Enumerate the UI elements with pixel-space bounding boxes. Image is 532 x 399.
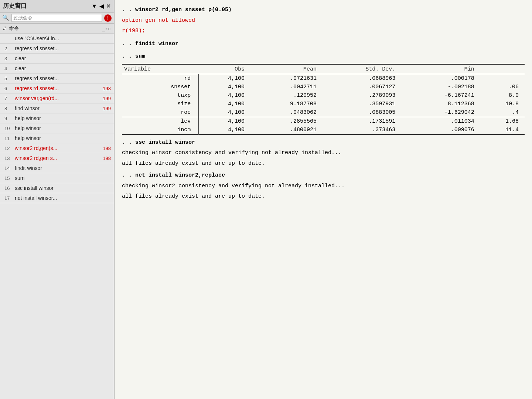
table-row: snsset 4,100 .0042711 .0067127 -.002188 … [122, 83, 525, 91]
cell-varname: roe [122, 108, 198, 117]
col-min: Min [401, 64, 480, 74]
close-icon[interactable]: ✕ [106, 3, 111, 10]
table-row: roe 4,100 .0483062 .0883005 -1.629042 .4 [122, 108, 525, 117]
sidebar-item[interactable]: 5regress rd snsset... [0, 74, 114, 83]
cell-extra: 8.0 [480, 91, 525, 100]
ssc-out1-text: checking winsor consistency and verifyin… [122, 150, 341, 156]
cell-varname: incm [122, 126, 198, 134]
sidebar-item[interactable]: 16ssc install winsor [0, 183, 114, 193]
table-row: lev 4,100 .2855565 .1731591 .011034 1.68 [122, 117, 525, 126]
cell-extra: 10.8 [480, 100, 525, 108]
cell-mean: .0721631 [250, 74, 323, 83]
sidebar-item-text: winsor var,gen(rd... [15, 95, 100, 101]
bottom-spacer [122, 203, 525, 218]
sidebar-item-num: 17 [4, 195, 15, 201]
col-obs: Obs [198, 64, 250, 74]
cell-varname: rd [122, 74, 198, 83]
cell-extra: .4 [480, 108, 525, 117]
ssc-out1-line: checking winsor consistency and verifyin… [122, 149, 525, 157]
sidebar-header: 历史窗口 ▼ ◀ ✕ [0, 0, 114, 13]
cell-obs: 4,100 [198, 91, 250, 100]
cell-std: .0067127 [323, 83, 401, 91]
sidebar-item[interactable]: 2regress rd snsset... [0, 44, 114, 54]
sidebar-item-text: help winsor [15, 135, 111, 141]
sidebar-item[interactable]: use "C:\Users\Lin... [0, 34, 114, 44]
sidebar-item-num: 13 [4, 156, 15, 161]
cell-std: .1731591 [323, 117, 401, 126]
cell-varname: snsset [122, 83, 198, 91]
cell-std: .0883005 [323, 108, 401, 117]
cell-std: .373463 [323, 126, 401, 134]
pin-icon[interactable]: ▼ [91, 3, 97, 10]
cell-obs: 4,100 [198, 100, 250, 108]
cell-std: .0688963 [323, 74, 401, 83]
sidebar-item-text: winsor2 rd,gen(s... [15, 145, 100, 151]
cmd3-line: . . sum [122, 52, 525, 61]
cell-mean: .4800921 [250, 126, 323, 134]
cell-mean: .2855565 [250, 117, 323, 126]
sum-table: Variable Obs Mean Std. Dev. Min rd 4,100… [122, 64, 525, 135]
sidebar-item[interactable]: 10help winsor [0, 123, 114, 133]
sidebar-item[interactable]: 11help winsor [0, 133, 114, 143]
cmd3-text: . sum [129, 53, 145, 59]
cell-min: -6.167241 [401, 91, 480, 100]
cell-varname: taxp [122, 91, 198, 100]
sidebar: 历史窗口 ▼ ◀ ✕ 🔍 ! # 命令 _rc use "C:\Users\Li… [0, 0, 115, 399]
sidebar-title: 历史窗口 [3, 2, 27, 10]
cmd2-line: . . findit winsor [122, 40, 525, 48]
main-content-area: . . winsor2 rd,gen snsset p(0.05) option… [115, 0, 532, 399]
sidebar-item-num: 10 [4, 126, 15, 131]
sidebar-item-text: regress rd snsset... [15, 45, 111, 51]
prompt1: . [122, 7, 129, 13]
ssc-prompt: . [122, 139, 129, 146]
sidebar-list: use "C:\Users\Lin...2regress rd snsset..… [0, 34, 114, 399]
sidebar-item[interactable]: 7winsor var,gen(rd...199 [0, 93, 114, 103]
cell-mean: .0483062 [250, 108, 323, 117]
col-stddev: Std. Dev. [323, 64, 401, 74]
net-out1-line: checking winsor2 consistency and verifyi… [122, 182, 525, 191]
sidebar-header-icons: ▼ ◀ ✕ [91, 3, 111, 10]
sidebar-item-text: clear [15, 55, 111, 61]
sidebar-item[interactable]: 6regress rd snsset...198 [0, 83, 114, 93]
sidebar-item-text: ssc install winsor [15, 185, 111, 191]
sidebar-item[interactable]: 13winsor2 rd,gen s...198 [0, 153, 114, 163]
sidebar-item-num: 12 [4, 146, 15, 151]
cell-min: .000178 [401, 74, 480, 83]
cell-min: 8.112368 [401, 100, 480, 108]
sidebar-item[interactable]: 14findit winsor [0, 163, 114, 173]
cell-obs: 4,100 [198, 117, 250, 126]
sidebar-item-num: 9 [4, 116, 15, 121]
cell-mean: .120952 [250, 91, 323, 100]
sidebar-item-num: 2 [4, 46, 15, 51]
sidebar-item-text: clear [15, 65, 111, 71]
cmd2-text: . findit winsor [129, 41, 178, 47]
net-out1-text: checking winsor2 consistency and verifyi… [122, 183, 345, 189]
cell-extra: .06 [480, 83, 525, 91]
cell-min: -.002188 [401, 83, 480, 91]
table-header-row: Variable Obs Mean Std. Dev. Min [122, 64, 525, 74]
ssc-out2-text: all files already exist and are up to da… [122, 160, 265, 167]
net-out2-line: all files already exist and are up to da… [122, 192, 525, 201]
err2-line: r(198); [122, 27, 525, 35]
sidebar-item[interactable]: 12winsor2 rd,gen(s...198 [0, 143, 114, 153]
sidebar-item[interactable]: 4clear [0, 64, 114, 74]
sidebar-item[interactable]: 17net install winsor... [0, 193, 114, 203]
sidebar-item-count: 198 [103, 86, 111, 91]
sidebar-item[interactable]: 8find winsor199 [0, 103, 114, 113]
cell-min: .011034 [401, 117, 480, 126]
net-cmd-text: . net install winsor2,replace [129, 172, 225, 178]
section-label: 命令 [9, 25, 19, 32]
sidebar-item[interactable]: 3clear [0, 54, 114, 64]
cell-mean: .0042711 [250, 83, 323, 91]
cell-extra [480, 74, 525, 83]
sidebar-item-count: 199 [103, 106, 111, 111]
sidebar-item[interactable]: 15sum [0, 173, 114, 183]
sidebar-item-num: 15 [4, 175, 15, 181]
sidebar-item[interactable]: 9help winsor [0, 113, 114, 123]
cell-min: -1.629042 [401, 108, 480, 117]
filter-clear-btn[interactable]: ! [104, 14, 112, 22]
sidebar-item-text: help winsor [15, 125, 111, 131]
filter-input[interactable] [11, 14, 102, 22]
expand-icon[interactable]: ◀ [99, 3, 104, 10]
err2-text: r(198); [122, 28, 145, 34]
